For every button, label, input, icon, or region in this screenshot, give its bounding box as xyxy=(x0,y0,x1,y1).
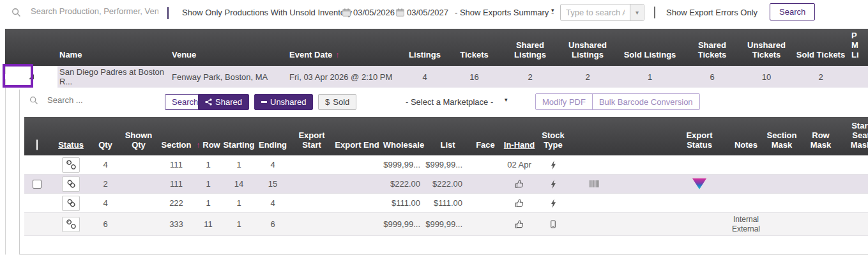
column-header-stock-type[interactable]: Stock Type xyxy=(537,131,570,155)
inventory-row: 2 111 1 14 15 $222.00 $222.00 xyxy=(24,175,868,194)
unshared-status-button[interactable] xyxy=(62,157,80,173)
face-cell xyxy=(469,213,502,235)
export-errors-checkbox[interactable] xyxy=(654,6,655,19)
column-header-shared-listings[interactable]: Shared Listings xyxy=(501,41,559,66)
production-name[interactable]: San Diego Padres at Boston R... xyxy=(57,66,170,88)
share-icon xyxy=(205,98,212,106)
column-header-clipped[interactable]: P M Li xyxy=(849,31,868,66)
date-from-field[interactable]: 03/05/2026 xyxy=(353,8,395,17)
bulk-barcode-conversion-button[interactable]: Bulk Barcode Conversion xyxy=(593,94,699,109)
list-cell: $222.00 xyxy=(427,175,469,193)
modify-pdf-button[interactable]: Modify PDF xyxy=(536,94,593,109)
section-mask-cell xyxy=(764,155,800,174)
column-header-event-date[interactable]: Event Date↑ xyxy=(287,51,402,66)
column-header-sold-tickets[interactable]: Sold Tickets xyxy=(792,51,849,66)
shared-status-button[interactable] xyxy=(62,196,80,211)
column-header-unshared-listings[interactable]: Unshared Listings xyxy=(559,41,616,66)
search-button[interactable]: Search xyxy=(770,3,815,20)
column-header-notes[interactable]: Notes xyxy=(728,141,764,155)
broken-link-icon xyxy=(66,219,76,229)
shared-status-button[interactable] xyxy=(62,177,80,192)
production-search-input[interactable] xyxy=(31,6,158,16)
stock-type-cell xyxy=(537,194,570,212)
column-header-section-mask[interactable]: Section Mask xyxy=(764,131,800,155)
export-end-cell xyxy=(333,194,381,212)
unsold-inventory-checkbox[interactable] xyxy=(167,7,169,19)
thumbs-up-icon xyxy=(515,199,524,208)
dollar-icon: $ xyxy=(325,97,330,107)
column-header-in-hand[interactable]: In-Hand xyxy=(502,141,537,155)
inventory-header-row: Status Qty Shown Qty Section ↑Row Starti… xyxy=(24,117,868,155)
collapse-triangle-icon xyxy=(29,74,34,79)
start-seat-mask-cell xyxy=(842,155,868,174)
column-header-qty[interactable]: Qty xyxy=(92,141,119,155)
link-icon xyxy=(66,198,76,208)
production-expander[interactable] xyxy=(5,74,57,79)
export-end-cell xyxy=(333,213,381,235)
column-header-list[interactable]: List xyxy=(427,141,469,155)
row-cell: 1 xyxy=(194,175,222,193)
column-header-sold-listings[interactable]: Sold Listings xyxy=(616,51,683,66)
thumbs-up-icon xyxy=(515,180,524,189)
column-header-wholesale[interactable]: Wholesale xyxy=(381,141,427,155)
notes-cell xyxy=(728,175,764,193)
production-sold-listings: 1 xyxy=(616,66,683,88)
column-header-shown-qty[interactable]: Shown Qty xyxy=(119,131,158,155)
production-venue: Fenway Park, Boston, MA xyxy=(170,66,287,88)
column-header-tickets[interactable]: Tickets xyxy=(447,51,501,66)
notes-cell: Internal External xyxy=(728,213,764,235)
sold-filter-button[interactable]: $ Sold xyxy=(318,94,356,110)
broken-link-icon xyxy=(66,160,76,169)
list-cell: $111.00 xyxy=(427,194,469,212)
unshared-status-button[interactable] xyxy=(62,217,80,232)
production-clipped-cell xyxy=(849,66,868,88)
column-header-section[interactable]: Section xyxy=(158,141,194,155)
column-header-listings[interactable]: Listings xyxy=(402,51,447,66)
unshared-filter-button[interactable]: Unshared xyxy=(254,94,313,110)
barcode-cell xyxy=(570,213,618,235)
shown-qty-cell xyxy=(119,194,158,212)
column-header-status[interactable]: Status xyxy=(50,141,92,155)
production-unshared-tickets: 10 xyxy=(741,66,792,88)
exports-summary-dropdown[interactable]: - Show Exports Summary - xyxy=(455,8,554,17)
barcode-cell xyxy=(570,175,618,193)
lightning-icon xyxy=(551,161,556,169)
column-header-export-end[interactable]: Export End xyxy=(333,141,381,155)
inventory-search-input[interactable] xyxy=(47,95,149,105)
section-cell: 111 xyxy=(158,175,194,193)
shown-qty-cell xyxy=(119,175,158,193)
marketplace-dropdown[interactable]: - Select a Marketplace - xyxy=(406,97,493,107)
date-to-field[interactable]: 03/05/2027 xyxy=(407,8,448,17)
column-header-row-mask[interactable]: Row Mask xyxy=(800,131,842,155)
column-header-name[interactable]: Name xyxy=(57,51,170,66)
shared-filter-button[interactable]: Shared xyxy=(198,94,249,110)
column-header-shared-tickets[interactable]: Shared Tickets xyxy=(683,41,741,66)
column-header-start-seat-mask[interactable]: Start Seat Mask xyxy=(842,122,868,155)
column-header-row[interactable]: ↑Row xyxy=(194,141,222,155)
notes-text: Internal External xyxy=(732,215,760,233)
column-header-starting[interactable]: Starting xyxy=(222,141,255,155)
barcode-cell xyxy=(570,155,618,174)
notes-cell xyxy=(728,194,764,212)
column-header-unshared-tickets[interactable]: Unshared Tickets xyxy=(741,41,792,66)
column-header-export-status[interactable]: Export Status xyxy=(671,131,728,155)
column-header-venue[interactable]: Venue xyxy=(170,51,287,66)
chevron-down-icon: ▾ xyxy=(505,97,508,103)
start-seat-mask-cell xyxy=(842,194,868,212)
row-checkbox[interactable] xyxy=(33,180,42,189)
start-seat-mask-cell xyxy=(842,213,868,235)
row-select-cell xyxy=(24,155,50,174)
status-cell xyxy=(50,213,92,235)
production-event-date: Fri, 03 Apr 2026 @ 2:10 PM xyxy=(287,66,402,88)
search-icon xyxy=(11,8,21,17)
wholesale-cell: $111.00 xyxy=(381,194,427,212)
column-header-ending[interactable]: Ending xyxy=(255,141,290,155)
select-all-checkbox[interactable] xyxy=(36,139,38,150)
column-header-face[interactable]: Face xyxy=(469,141,502,155)
barcode-cell xyxy=(570,194,618,212)
affiliate-combobox[interactable]: ▾ xyxy=(560,4,644,21)
affiliate-search-input[interactable] xyxy=(561,4,630,20)
chevron-down-icon[interactable]: ▾ xyxy=(630,4,644,20)
sort-ascending-icon: ↑ xyxy=(335,51,339,59)
column-header-export-start[interactable]: Export Start xyxy=(290,131,333,155)
